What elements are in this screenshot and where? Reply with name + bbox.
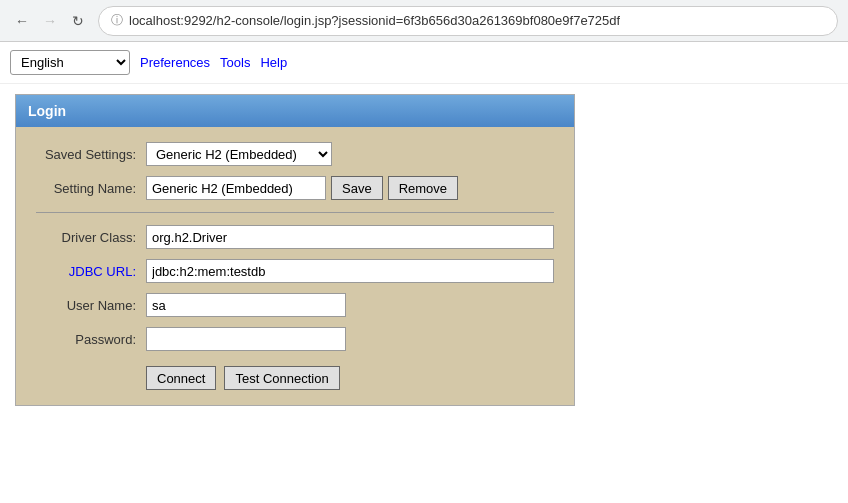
user-name-input[interactable] — [146, 293, 346, 317]
jdbc-url-label: JDBC URL: — [36, 264, 146, 279]
driver-class-input[interactable] — [146, 225, 554, 249]
test-connection-button[interactable]: Test Connection — [224, 366, 339, 390]
address-text: localhost:9292/h2-console/login.jsp?jses… — [129, 13, 620, 28]
saved-settings-row: Saved Settings: Generic H2 (Embedded)Gen… — [36, 142, 554, 166]
password-input[interactable] — [146, 327, 346, 351]
setting-name-row: Setting Name: Save Remove — [36, 176, 554, 200]
connect-button[interactable]: Connect — [146, 366, 216, 390]
browser-chrome: ← → ↻ ⓘ localhost:9292/h2-console/login.… — [0, 0, 848, 42]
help-link[interactable]: Help — [260, 55, 287, 70]
driver-class-row: Driver Class: — [36, 225, 554, 249]
saved-settings-label: Saved Settings: — [36, 147, 146, 162]
preferences-link[interactable]: Preferences — [140, 55, 210, 70]
setting-name-controls: Save Remove — [146, 176, 458, 200]
saved-settings-control: Generic H2 (Embedded)Generic H2 (Server)… — [146, 142, 332, 166]
setting-name-input[interactable] — [146, 176, 326, 200]
divider — [36, 212, 554, 213]
password-row: Password: — [36, 327, 554, 351]
toolbar: EnglishDeutschFrançaisEspañol Preference… — [0, 42, 848, 84]
driver-class-label: Driver Class: — [36, 230, 146, 245]
page-content: EnglishDeutschFrançaisEspañol Preference… — [0, 42, 848, 406]
jdbc-url-row: JDBC URL: — [36, 259, 554, 283]
password-label: Password: — [36, 332, 146, 347]
user-name-label: User Name: — [36, 298, 146, 313]
reload-button[interactable]: ↻ — [66, 9, 90, 33]
remove-button[interactable]: Remove — [388, 176, 458, 200]
bottom-buttons: Connect Test Connection — [146, 366, 554, 390]
nav-buttons: ← → ↻ — [10, 9, 90, 33]
lock-icon: ⓘ — [111, 12, 123, 29]
save-button[interactable]: Save — [331, 176, 383, 200]
panel-header: Login — [16, 95, 574, 127]
address-bar[interactable]: ⓘ localhost:9292/h2-console/login.jsp?js… — [98, 6, 838, 36]
saved-settings-select[interactable]: Generic H2 (Embedded)Generic H2 (Server)… — [146, 142, 332, 166]
user-name-row: User Name: — [36, 293, 554, 317]
main-panel: Login Saved Settings: Generic H2 (Embedd… — [15, 94, 575, 406]
forward-button[interactable]: → — [38, 9, 62, 33]
jdbc-url-input[interactable] — [146, 259, 554, 283]
language-select[interactable]: EnglishDeutschFrançaisEspañol — [10, 50, 130, 75]
panel-body: Saved Settings: Generic H2 (Embedded)Gen… — [16, 127, 574, 405]
tools-link[interactable]: Tools — [220, 55, 250, 70]
setting-name-label: Setting Name: — [36, 181, 146, 196]
back-button[interactable]: ← — [10, 9, 34, 33]
